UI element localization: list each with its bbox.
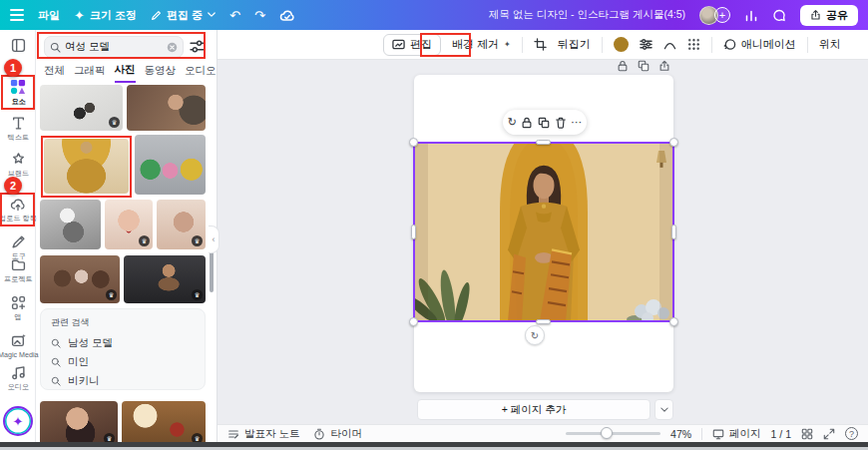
edit-image-icon	[392, 38, 405, 51]
tab-videos[interactable]: 동영상	[145, 64, 177, 82]
related-search-item[interactable]: 비키니	[51, 371, 195, 390]
lock-icon[interactable]	[521, 117, 533, 129]
resize-handle-s[interactable]	[536, 319, 551, 324]
related-search-item[interactable]: 남성 모델	[51, 333, 195, 352]
bg-remove-button[interactable]: 배경 제거✦	[452, 37, 511, 52]
color-swatch[interactable]	[614, 37, 629, 52]
sidebar-item-design[interactable]	[0, 38, 36, 55]
tab-graphics[interactable]: 그래픽	[74, 64, 106, 82]
tab-audio[interactable]: 오디오	[185, 64, 217, 82]
pro-crown-icon: ♛	[192, 235, 203, 246]
rotate-icon[interactable]: ↻	[508, 116, 517, 129]
resize-button[interactable]: ✦크기 조정	[74, 8, 137, 23]
sidebar-item-apps[interactable]: 앱	[0, 295, 36, 322]
comments-icon[interactable]	[772, 9, 786, 22]
zoom-slider-knob[interactable]	[601, 427, 613, 439]
design-title[interactable]: 제목 없는 디자인 - 인스타그램 게시물(4:5)	[489, 8, 685, 22]
curve-icon[interactable]	[663, 38, 676, 51]
grid-view-icon[interactable]	[801, 428, 813, 440]
canvas-area: 편집 배경 제거✦ 뒤집기 애니메이션 위치	[217, 30, 868, 450]
photo-thumbnail[interactable]	[40, 200, 101, 249]
sidebar-item-magic-media[interactable]: Magic Media	[0, 333, 36, 359]
search-box	[44, 36, 184, 58]
resize-handle-ne[interactable]	[669, 138, 678, 147]
animation-button[interactable]: 애니메이션	[723, 37, 796, 52]
resize-handle-se[interactable]	[669, 317, 678, 326]
transparency-icon[interactable]	[687, 38, 700, 51]
page-view-button[interactable]: 페이지	[712, 427, 761, 441]
divider	[711, 37, 712, 53]
duplicate-icon[interactable]	[538, 117, 550, 129]
delete-icon[interactable]	[555, 117, 567, 129]
editing-status-button[interactable]: 편집 중	[151, 8, 216, 23]
sidebar-item-audio[interactable]: 오디오	[0, 365, 36, 392]
pro-crown-icon: ♛	[109, 117, 120, 128]
photo-thumbnail[interactable]: ♛	[122, 401, 206, 447]
photo-thumbnail[interactable]: ♛	[105, 200, 153, 249]
adjust-icon[interactable]	[640, 38, 652, 51]
resize-handle-n[interactable]	[536, 140, 551, 145]
photo-thumbnail[interactable]	[127, 85, 206, 131]
presenter-notes-button[interactable]: 발표자 노트	[227, 427, 299, 441]
assistant-button[interactable]: ✦	[3, 406, 33, 436]
search-input[interactable]	[65, 41, 163, 53]
duplicate-page-icon[interactable]	[638, 60, 650, 72]
sidebar-item-projects[interactable]: 프로젝트	[0, 257, 36, 284]
pen-icon	[11, 234, 26, 249]
photo-thumbnail[interactable]: ♛	[40, 401, 118, 447]
resize-handle-sw[interactable]	[409, 317, 418, 326]
related-search-item[interactable]: 미인	[51, 352, 195, 371]
more-options-icon[interactable]: ⋯	[571, 116, 582, 129]
photo-thumbnail-selected[interactable]	[44, 139, 129, 194]
resize-handle-w[interactable]	[411, 225, 416, 239]
sidebar-item-uploads[interactable]: 업로드 항목	[0, 198, 36, 224]
clear-search-icon[interactable]	[167, 42, 178, 53]
invite-member-button[interactable]: +	[714, 7, 730, 23]
resize-handle-nw[interactable]	[409, 138, 418, 147]
sparkle-icon: ✦	[74, 8, 85, 23]
crop-icon[interactable]	[534, 38, 547, 51]
cloud-save-icon[interactable]	[279, 9, 295, 22]
insights-icon[interactable]	[744, 9, 758, 22]
zoom-slider[interactable]	[566, 432, 660, 435]
share-button[interactable]: 공유	[800, 5, 858, 26]
panel-collapse-button[interactable]: ‹	[209, 225, 219, 253]
photo-thumbnail[interactable]: ♛	[40, 255, 120, 303]
panel-scrollbar[interactable]	[210, 247, 214, 292]
sidebar-item-elements[interactable]: 요소	[0, 79, 36, 107]
fullscreen-icon[interactable]	[823, 428, 835, 440]
pro-crown-icon: ♛	[192, 289, 203, 300]
menu-icon[interactable]	[10, 9, 24, 21]
photo-thumbnail[interactable]: ♛	[40, 85, 123, 131]
position-button[interactable]: 위치	[819, 37, 841, 52]
add-page-dropdown[interactable]	[654, 399, 673, 420]
image-quick-toolbar: ↻ ⋯	[503, 110, 587, 135]
context-toolbar: 편집 배경 제거✦ 뒤집기 애니메이션 위치	[217, 30, 868, 60]
tab-photos[interactable]: 사진	[115, 63, 136, 83]
photo-thumbnail[interactable]	[135, 135, 206, 195]
photo-thumbnail[interactable]: ♛	[124, 255, 206, 303]
pencil-icon	[151, 10, 162, 21]
edit-image-button[interactable]: 편집	[383, 34, 441, 56]
selected-image[interactable]	[414, 143, 673, 321]
share-page-icon[interactable]	[658, 60, 670, 72]
resize-handle-e[interactable]	[671, 225, 676, 239]
lock-icon[interactable]	[617, 60, 629, 72]
sidebar-item-text[interactable]: 텍스트	[0, 116, 36, 143]
timer-icon	[313, 428, 325, 440]
photo-thumbnail[interactable]: ♛	[157, 200, 206, 249]
rotate-handle[interactable]: ↻	[525, 325, 545, 345]
add-page-button[interactable]: + 페이지 추가	[417, 399, 651, 420]
flip-button[interactable]: 뒤집기	[558, 37, 591, 52]
help-icon[interactable]: ?	[845, 427, 858, 440]
folder-icon	[11, 257, 26, 272]
divider	[602, 37, 603, 53]
undo-button[interactable]: ↶	[229, 8, 240, 23]
timer-button[interactable]: 타이머	[313, 427, 362, 441]
design-icon	[11, 38, 26, 53]
tab-all[interactable]: 전체	[44, 64, 65, 82]
filter-icon[interactable]	[190, 39, 205, 54]
file-menu-button[interactable]: 파일	[38, 8, 60, 23]
redo-button[interactable]: ↷	[254, 8, 265, 23]
sidebar-item-brand[interactable]: 브랜드	[0, 152, 36, 179]
